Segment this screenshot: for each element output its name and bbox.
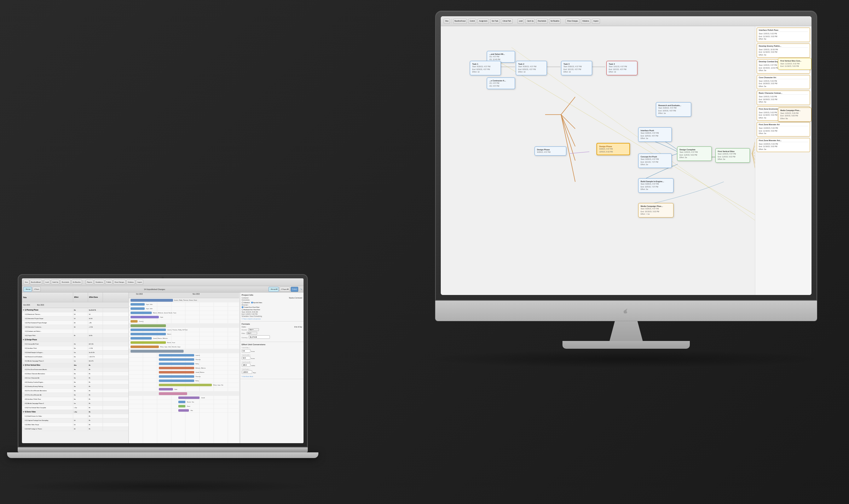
- task-row-fvs[interactable]: ▼ 3) First Vertical Slice 32w 0h: [22, 363, 128, 367]
- toolbar-btn-level[interactable]: Level: [518, 19, 524, 24]
- radio-forward[interactable]: [242, 306, 243, 308]
- mb-toolbar-violations[interactable]: Violations: [126, 280, 135, 285]
- node-media-campaign[interactable]: Media Campaign Phas... Start: 9/28/15, 4…: [638, 203, 674, 218]
- mb-accept-all-btn[interactable]: ✓ Accept All: [268, 287, 279, 292]
- inspector-day-input[interactable]: [242, 349, 250, 353]
- inspector-month-input[interactable]: [242, 363, 250, 367]
- mb-reset-btn[interactable]: ↺ Reset: [33, 287, 41, 292]
- node-task1[interactable]: Task 1 Start: 9/28/15, 4:57 PM End: 9/29…: [470, 61, 501, 75]
- task-row-4-4[interactable]: 4.4) Develop Combat Engine... 3w 0h: [22, 380, 128, 384]
- task-row-planning[interactable]: ▼ 1) Planning Phase 2w 1w 2d 4.7h: [22, 308, 128, 312]
- node-media-campaign-r[interactable]: Media Campaign Phas... Start: 10/5/15, 5…: [778, 108, 812, 122]
- mb-toolbar-view[interactable]: View: [23, 280, 29, 285]
- toolbar-btn-catchup[interactable]: Catch Up: [525, 19, 535, 24]
- node-concept-art-push[interactable]: Concept Art Push Start: 9/28/15, 4:57 PM…: [638, 153, 672, 168]
- task-row-1-6[interactable]: 1.6) Project Pitch 0h 1d 0h: [22, 334, 128, 338]
- mb-list-header: Title Effort Effort Done: [22, 292, 128, 302]
- task-row-4-10[interactable]: 4.10) First Vertical Slice Complete < 2w…: [22, 406, 128, 410]
- task-row-4-3[interactable]: 4.3) Core Character Art 3w 0h: [22, 376, 128, 380]
- node-interface-push[interactable]: Interface Push Start: 9/28/15, 4:57 PM E…: [638, 127, 672, 142]
- mb-toolbar-reschedule[interactable]: Reschedule: [60, 280, 70, 285]
- task-row-4-5[interactable]: 4.5) Develop Enemy Pathing... 3w 0h: [22, 384, 128, 389]
- task-row-3-4[interactable]: 3.4) Research and Evaluate... 2w < 4d 2.…: [22, 355, 128, 359]
- gantt-label-1-4: Jaya: [160, 316, 163, 318]
- radio-specific-dates[interactable]: [251, 302, 253, 303]
- radio-backward[interactable]: [242, 309, 243, 311]
- task-row-4-6[interactable]: 4.6) First Zone Monster Animations 3w 0h: [22, 389, 128, 393]
- mb-toolbar-showchanges[interactable]: Show Changes: [113, 280, 126, 285]
- gantt-label-4-2: Thomas: [195, 359, 200, 360]
- inspector-edit-work-week[interactable]: ✎ Edit Work Week: [242, 376, 302, 377]
- node-build-sample[interactable]: Build Sample In-Engine... Start: 9/28/15…: [638, 178, 674, 193]
- inspector-year-input[interactable]: [242, 370, 252, 374]
- inspector-week-input[interactable]: [242, 356, 250, 360]
- radio-unlimited[interactable]: [242, 302, 243, 303]
- panel-node-zone-monster-ani[interactable]: First Zone Monster Ani... Start: 10/26/1…: [757, 138, 810, 152]
- inspector-currency-input[interactable]: [249, 335, 270, 339]
- task-row-4-2[interactable]: 4.2) Basic Character Animations 3w 0h: [22, 372, 128, 376]
- toolbar-btn-view[interactable]: View: [444, 19, 450, 24]
- task-row-1-1[interactable]: 1.1) Brainstorm Themes... 1d 1d: [22, 312, 128, 317]
- panel-node-zone-monster-art[interactable]: First Zone Monster Art Start: 10/26/15, …: [757, 122, 810, 137]
- mb-toolbar-publish[interactable]: Publish: [105, 280, 112, 285]
- node-first-vertical-slice[interactable]: First Vertical Slice Start: 10/5/15, 4:5…: [715, 148, 750, 163]
- toolbar-btn-reschedule[interactable]: Reschedule: [536, 19, 548, 24]
- node-task2[interactable]: Task 2 Start: 9/28/15, 4:57 PM End: 9/30…: [516, 61, 547, 75]
- task-row-4-7[interactable]: 4.7) First Zone Monster Art 3w 0h: [22, 393, 128, 397]
- mb-toolbar-baseline[interactable]: Baseline/Actual: [30, 280, 42, 285]
- node-design-complete[interactable]: Design Complete Start: 10/5/15, 4:57 PM …: [677, 146, 712, 161]
- mb-toolbar-inspect[interactable]: Inspect: [136, 280, 143, 285]
- mb-toolbar-setbaseline[interactable]: Set Baseline: [71, 280, 82, 285]
- panel-node-interface-polish[interactable]: Interface Polish Pass Start: 10/5/15, 5:…: [757, 28, 810, 42]
- panel-node-core-char-art[interactable]: Core Character Art Start: 10/5/15, 5:02 …: [757, 75, 810, 89]
- gantt-label-1-1: Jaye, Julie: [146, 303, 152, 305]
- task-row-4-1[interactable]: 4.1) First Zone Environment Assets 3w 0h: [22, 367, 128, 372]
- node-project-pitch[interactable]: Design Phase 9/28/15, 4:57 PM: [535, 146, 566, 156]
- task-row-1-5[interactable]: 1.5) Evaluate and Select...: [22, 329, 128, 334]
- mb-toolbar-reports[interactable]: Reports: [86, 280, 93, 285]
- node-task4[interactable]: Task 4 Start: 10/1/15, 4:57 PM End: 10/2…: [606, 61, 637, 75]
- mb-publish-btn[interactable]: Publish: [291, 287, 298, 292]
- toolbar-btn-setbaseline[interactable]: Set Baseline: [549, 19, 561, 24]
- toolbar-btn-criticalpath[interactable]: Critical Path: [501, 19, 512, 24]
- node-research-evaluate[interactable]: Research and Evaluate... Start: 9/28/15,…: [656, 102, 691, 117]
- task-row-5-2[interactable]: 5.2) Capture Footage from Gameplay 1d 0h: [22, 418, 128, 423]
- inspector-effort-select[interactable]: days ▾: [247, 332, 257, 335]
- node-fvs-complete[interactable]: First Vertical Slice Com... Start: 11/16…: [778, 58, 812, 70]
- toolbar-btn-sorttask[interactable]: Sort Task: [490, 19, 500, 24]
- panel-node-basic-anim[interactable]: Basic Character Animat... Start: 10/5/15…: [757, 91, 810, 105]
- task-row-5-1[interactable]: 5.1) Build Version for Video 0h: [22, 414, 128, 418]
- task-row-demo[interactable]: ▼ 4) Demo Video < 2w 0h: [22, 410, 128, 414]
- gantt-label-3-1: Lauren, Thomas, Rafiq, Oil Paint: [167, 329, 187, 331]
- mb-toolbar-level[interactable]: Level: [44, 280, 50, 285]
- task-row-1-4[interactable]: 1.4) Determine Contractor... 3d + 6.3h: [22, 325, 128, 329]
- task-row-5-3[interactable]: 5.3) Write Video Script 1d 0h: [22, 423, 128, 427]
- inspector-direction-radio2: Backward from Fixed End: [242, 309, 302, 311]
- task-row-3-2[interactable]: 3.2) Interface Push 2w > 5.3h: [22, 346, 128, 351]
- panel-node-enemy-path[interactable]: Develop Enemy Pathin... Start: 10/5/15, …: [757, 44, 810, 58]
- toolbar-btn-baseline[interactable]: Baseline/Actual: [453, 19, 467, 24]
- task-row-1-2[interactable]: 1.2) Determine Project Scope 1d 1d 2d: [22, 317, 128, 321]
- toolbar-btn-inspect[interactable]: Inspect: [592, 19, 600, 24]
- node-design-phase[interactable]: Design Phase 9/28/15, 4:57 PM 10/5/15, 5…: [596, 143, 630, 155]
- task-row-3-1[interactable]: 3.1) Concept Art Push 2w 4d 5.5h: [22, 342, 128, 346]
- node-contractor[interactable]: ...e Contractor A... /15, 4:57 PM /15, 4…: [487, 77, 515, 89]
- toolbar-btn-violations[interactable]: Violations: [581, 19, 590, 24]
- toolbar-btn-showchanges[interactable]: Show Changes: [566, 19, 579, 24]
- node-task3[interactable]: Task 3 Start: 9/30/15, 4:57 PM End: 10/1…: [561, 61, 592, 75]
- task-row-1-3[interactable]: 1.3) Plan Estimated Project Budget 2d + …: [22, 321, 128, 325]
- inspector-duration-select[interactable]: days ▾: [248, 328, 259, 331]
- toolbar-btn-control[interactable]: Control: [468, 19, 477, 24]
- task-row-4-9[interactable]: 4.9) Media Campaign Phase 2 1w 0h: [22, 401, 128, 406]
- mb-accept-btn[interactable]: ✓ Accept: [23, 287, 32, 292]
- task-row-4-8[interactable]: 4.8) Interface Polish Pass 6w 0h: [22, 397, 128, 401]
- mb-toolbar-catchup[interactable]: Catch Up: [51, 280, 60, 285]
- task-row-5-4[interactable]: 5.4) Edit Footage to Theme 2d 0h: [22, 427, 128, 431]
- toolbar-btn-assignment[interactable]: Assignment: [478, 19, 489, 24]
- task-row-3-5[interactable]: 3.5) Media Campaign Phase 1 1w 3d 4.7h: [22, 359, 128, 363]
- task-row-design[interactable]: ▼ 2) Design Phase: [22, 338, 128, 342]
- task-row-3-3[interactable]: 3.3) Build Sample In-Engine... 1w 1w 2d …: [22, 351, 128, 355]
- mb-toolbar-simulations[interactable]: Simulations: [94, 280, 104, 285]
- inspector-save-quicklook[interactable]: ☐ Save a Quick Look preview: [242, 318, 302, 320]
- mb-report-all-btn[interactable]: ↺ Report All: [279, 287, 290, 292]
